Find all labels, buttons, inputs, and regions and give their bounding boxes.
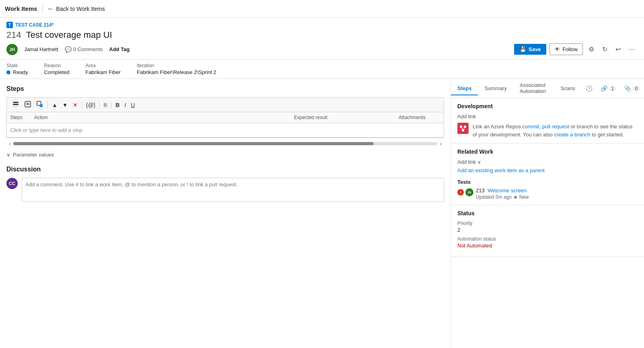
- test-title-link[interactable]: Welcome screen: [488, 187, 527, 194]
- col-header-expected: Expected result: [291, 112, 395, 123]
- add-parent-link[interactable]: Add an existing work item as a parent: [457, 165, 638, 176]
- tests-section: Tests ! in 213 Welcome screen: [457, 179, 638, 200]
- undo-button[interactable]: ↩: [613, 44, 623, 55]
- discussion-title: Discussion: [6, 166, 444, 173]
- delete-step-button[interactable]: ✕: [71, 101, 80, 109]
- discussion-input-row: CC: [6, 178, 444, 202]
- tests-title: Tests: [457, 179, 638, 185]
- type-icon: T: [6, 22, 13, 28]
- work-item-header: T TEST CASE 214* 214 Test coverage map U…: [0, 18, 644, 60]
- attach-icon: 📎: [624, 85, 631, 92]
- work-item-id: 214: [6, 30, 21, 40]
- development-section: Development Add link L: [451, 98, 644, 144]
- toolbar-sep-4: [111, 101, 111, 109]
- tab-summary[interactable]: Summary: [478, 82, 513, 95]
- col-header-action: Action: [31, 112, 291, 123]
- save-button[interactable]: 💾 Save: [514, 44, 546, 55]
- insert-param-button[interactable]: {@}: [84, 101, 98, 109]
- more-button[interactable]: ⋯: [626, 44, 638, 55]
- save-label: Save: [529, 46, 541, 52]
- work-item-type-label: TEST CASE 214*: [15, 22, 53, 28]
- create-shared-step-button[interactable]: +: [34, 99, 45, 110]
- automation-status-value[interactable]: Not Automated: [457, 243, 638, 249]
- area-label: Area: [85, 63, 120, 68]
- current-user-avatar: CC: [6, 178, 18, 189]
- svg-rect-1: [13, 104, 19, 105]
- dev-desc-text: Link an Azure Repos: [473, 124, 523, 130]
- comments-count: 0 Comments: [73, 46, 103, 52]
- add-step-row[interactable]: Click or type here to add a step: [7, 123, 444, 137]
- reason-value[interactable]: Completed: [44, 69, 70, 75]
- tab-scans[interactable]: Scans: [554, 82, 582, 95]
- add-tag-button[interactable]: Add Tag: [109, 46, 130, 52]
- test-item: ! in 213 Welcome screen Updated 5m ago: [457, 187, 638, 200]
- comment-icon: 💬: [65, 46, 72, 53]
- area-value[interactable]: Fabrikam Fiber: [85, 69, 120, 75]
- steps-header-row: Steps Action Expected result Attachments: [7, 112, 444, 123]
- parameter-values-section[interactable]: ∨ Parameter values: [6, 152, 444, 158]
- header-actions: 💾 Save 👁 Follow ⚙ ↻ ↩ ⋯: [514, 43, 638, 55]
- scroll-track[interactable]: [13, 142, 438, 145]
- discussion-input[interactable]: [22, 178, 444, 202]
- status-section: Status Priority 2 Automation status Not …: [451, 205, 644, 257]
- save-icon: 💾: [520, 46, 526, 52]
- refresh-button[interactable]: ↻: [600, 44, 610, 55]
- settings-button[interactable]: ⚙: [586, 44, 597, 55]
- underline-button[interactable]: U: [129, 101, 137, 109]
- related-work-section: Related Work Add link ∨ Add an existing …: [451, 144, 644, 205]
- tab-steps[interactable]: Steps: [451, 82, 478, 95]
- svg-rect-0: [13, 102, 19, 103]
- priority-value[interactable]: 2: [457, 227, 638, 233]
- iteration-value[interactable]: Fabrikam Fiber\Release 2\Sprint 2: [137, 69, 216, 75]
- copy-button[interactable]: ⎘: [102, 101, 109, 109]
- attachments-tab-button[interactable]: 📎 0: [620, 82, 644, 95]
- related-add-link-row: Add link ∨: [457, 159, 638, 165]
- discussion-section: Discussion CC: [6, 166, 444, 202]
- scroll-thumb: [13, 142, 374, 145]
- back-to-work-items-link[interactable]: ← Back to Work Items: [47, 5, 105, 12]
- insert-step-button[interactable]: [10, 99, 21, 110]
- svg-rect-9: [457, 123, 469, 134]
- related-add-link-button[interactable]: Add link: [457, 159, 476, 165]
- iteration-field: Iteration Fabrikam Fiber\Release 2\Sprin…: [137, 63, 216, 75]
- priority-field: Priority 2: [457, 220, 638, 233]
- add-link-chevron-icon: ∨: [477, 159, 481, 165]
- iteration-label: Iteration: [137, 63, 216, 68]
- steps-section-title: Steps: [6, 85, 444, 93]
- svg-text:+: +: [40, 104, 42, 107]
- state-value: Ready: [13, 69, 28, 75]
- state-value-row[interactable]: Ready: [6, 69, 28, 75]
- work-item-title[interactable]: Test coverage map UI: [26, 30, 112, 40]
- scroll-right-button[interactable]: ›: [437, 140, 444, 148]
- create-branch-link[interactable]: create a branch: [554, 132, 590, 138]
- comments-button[interactable]: 💬 0 Comments: [65, 46, 103, 53]
- priority-label: Priority: [457, 220, 638, 226]
- follow-label: Follow: [562, 46, 578, 52]
- chevron-down-icon: ∨: [6, 152, 10, 158]
- move-down-button[interactable]: ▼: [60, 101, 70, 109]
- links-tab-button[interactable]: 🔗 1: [597, 82, 620, 95]
- work-item-meta-row: JH Jamal Hartnett 💬 0 Comments Add Tag 💾…: [6, 43, 638, 55]
- test-id: 213: [476, 187, 485, 194]
- move-up-button[interactable]: ▲: [50, 101, 60, 109]
- dev-description: Link an Azure Repos commit, pull request…: [473, 123, 638, 138]
- steps-table: Steps Action Expected result Attachments…: [6, 112, 444, 138]
- scroll-left-button[interactable]: ‹: [6, 140, 13, 148]
- more-icon: ⋯: [629, 46, 635, 53]
- svg-rect-2: [13, 106, 19, 107]
- commit-link[interactable]: commit,: [523, 124, 541, 130]
- history-icon: 🕐: [586, 85, 593, 92]
- related-work-title: Related Work: [457, 148, 638, 155]
- reason-label: Reason: [44, 63, 70, 68]
- follow-button[interactable]: 👁 Follow: [549, 43, 583, 55]
- back-arrow-icon: ←: [47, 5, 54, 12]
- test-updated: Updated 5m ago: [476, 194, 512, 200]
- history-tab-button[interactable]: 🕐: [582, 82, 597, 95]
- bold-button[interactable]: B: [113, 101, 121, 109]
- pull-request-link[interactable]: pull request: [542, 124, 569, 130]
- insert-shared-step-button[interactable]: [22, 99, 33, 110]
- italic-button[interactable]: I: [122, 101, 128, 109]
- top-bar-divider: [42, 4, 43, 14]
- tab-associated-automation[interactable]: Associated Automation: [513, 79, 554, 98]
- dev-add-link-button[interactable]: Add link: [457, 113, 638, 119]
